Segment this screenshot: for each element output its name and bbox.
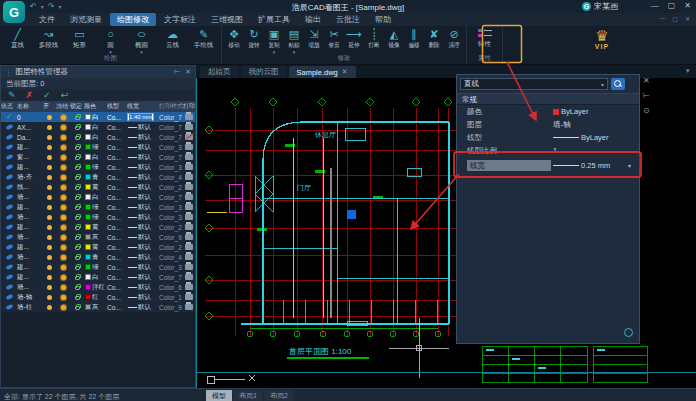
- layer-row[interactable]: 建...绿Co...默认Color_3: [1, 262, 195, 272]
- layout-tab-2[interactable]: 布局1: [233, 390, 263, 401]
- layout-tab-3[interactable]: 布局2: [264, 390, 294, 401]
- layer-lock-icon[interactable]: [75, 276, 80, 280]
- lineweight-edit[interactable]: 1.40 mm: [127, 113, 154, 121]
- layer-print-icon[interactable]: [185, 184, 193, 190]
- layer-print-icon[interactable]: [185, 124, 193, 130]
- layer-row[interactable]: 墙...绿Co...默认Color_3: [1, 212, 195, 222]
- property-row-1[interactable]: 颜色ByLayer: [457, 105, 639, 118]
- layer-print-icon[interactable]: [185, 114, 193, 120]
- menu-item-7[interactable]: 输出: [298, 13, 328, 26]
- layer-freeze-icon[interactable]: [61, 115, 66, 120]
- layer-on-icon[interactable]: [47, 275, 52, 280]
- layer-on-icon[interactable]: [47, 135, 52, 140]
- menu-item-1[interactable]: 文件: [32, 13, 62, 26]
- layer-freeze-icon[interactable]: [61, 205, 66, 210]
- property-row-2[interactable]: 图层墙-轴: [457, 118, 639, 131]
- layer-row[interactable]: 墙-齐青Co...默认Color_4: [1, 172, 195, 182]
- layer-color-swatch[interactable]: [85, 244, 91, 250]
- layer-color-swatch[interactable]: [85, 274, 91, 280]
- layer-on-icon[interactable]: [47, 125, 52, 130]
- layer-color-swatch[interactable]: [85, 224, 91, 230]
- layer-freeze-icon[interactable]: [61, 295, 66, 300]
- layer-lock-icon[interactable]: [75, 126, 80, 130]
- layout-tab-1[interactable]: 模型: [206, 390, 232, 401]
- props-close-icon[interactable]: ✕: [643, 77, 650, 85]
- layer-on-icon[interactable]: [47, 285, 52, 290]
- rectangle-button[interactable]: ▭矩形: [64, 27, 95, 55]
- layer-on-icon[interactable]: [47, 175, 52, 180]
- layer-freeze-icon[interactable]: [61, 255, 66, 260]
- layer-freeze-icon[interactable]: [61, 285, 66, 290]
- menu-item-6[interactable]: 扩展工具: [251, 13, 297, 26]
- delete-button[interactable]: ✘删除: [424, 27, 444, 55]
- vip-button[interactable]: ♛ VIP: [586, 28, 618, 50]
- layer-lock-icon[interactable]: [75, 206, 80, 210]
- layer-lock-icon[interactable]: [75, 236, 80, 240]
- property-row-4[interactable]: 线型比例1: [457, 144, 639, 157]
- freehand-button[interactable]: ✎手绘线: [188, 27, 219, 55]
- layer-print-icon[interactable]: [185, 224, 193, 230]
- layer-lock-icon[interactable]: [75, 156, 80, 160]
- rotate-button[interactable]: ↻旋转: [244, 27, 264, 55]
- layer-freeze-icon[interactable]: [61, 195, 66, 200]
- layer-on-icon[interactable]: [47, 235, 52, 240]
- layer-on-icon[interactable]: [47, 195, 52, 200]
- revert-icon[interactable]: ↩: [61, 90, 69, 100]
- layer-print-icon[interactable]: [185, 274, 193, 280]
- paste-button[interactable]: ▤粘贴▾: [284, 27, 304, 55]
- circle-button[interactable]: ○圆▾: [95, 27, 126, 55]
- layer-lock-icon[interactable]: [75, 136, 80, 140]
- minimize-button[interactable]: —: [651, 1, 659, 10]
- layer-on-icon[interactable]: [47, 165, 52, 170]
- layer-color-swatch[interactable]: [85, 134, 91, 140]
- layer-on-icon[interactable]: [47, 245, 52, 250]
- mirror-button[interactable]: ◭镜像: [384, 27, 404, 55]
- layer-color-swatch[interactable]: [85, 144, 91, 150]
- menu-item-5[interactable]: 三维视图: [204, 13, 250, 26]
- layer-lock-icon[interactable]: [75, 166, 80, 170]
- layer-freeze-icon[interactable]: [61, 225, 66, 230]
- select-entities-button[interactable]: [611, 78, 625, 90]
- menu-item-9[interactable]: 帮助: [368, 13, 398, 26]
- layer-lock-icon[interactable]: [75, 256, 80, 260]
- layer-row[interactable]: ✓0白Co...1.40 mmColor_7: [1, 112, 195, 122]
- layer-row[interactable]: 墙...白Co...默认Color_7: [1, 192, 195, 202]
- cloud-button[interactable]: ☁云线: [157, 27, 188, 55]
- offset-button[interactable]: ∥偏移: [404, 27, 424, 55]
- entity-type-select[interactable]: 直线 ▾: [460, 78, 608, 90]
- layer-print-icon[interactable]: [185, 134, 193, 140]
- layer-print-icon[interactable]: [185, 144, 193, 150]
- layer-color-swatch[interactable]: [85, 154, 91, 160]
- layer-print-icon[interactable]: [185, 194, 193, 200]
- ribbon-collapse-icon[interactable]: ▾: [686, 67, 692, 75]
- layer-lock-icon[interactable]: [75, 146, 80, 150]
- scale-button[interactable]: ⇲缩放: [304, 27, 324, 55]
- layer-row[interactable]: 建...黄Co...默认Color_2: [1, 242, 195, 252]
- layer-row[interactable]: 墙...青Co...默认Color_4: [1, 252, 195, 262]
- panel-logo-icon[interactable]: [624, 328, 633, 337]
- layer-lock-icon[interactable]: [75, 226, 80, 230]
- layer-freeze-icon[interactable]: [61, 275, 66, 280]
- caret-down-icon[interactable]: ▾: [628, 162, 631, 169]
- layer-freeze-icon[interactable]: [61, 305, 66, 310]
- layer-on-icon[interactable]: [47, 255, 52, 260]
- layer-color-swatch[interactable]: [85, 254, 91, 260]
- menu-item-2[interactable]: 浏览测量: [63, 13, 109, 26]
- doc-maximize-button[interactable]: ▢: [672, 15, 678, 22]
- layer-freeze-icon[interactable]: [61, 165, 66, 170]
- layer-freeze-icon[interactable]: [61, 125, 66, 130]
- layer-row[interactable]: 建...绿Co...默认Color_3: [1, 162, 195, 172]
- layer-freeze-icon[interactable]: [61, 145, 66, 150]
- new-layer-icon[interactable]: ✎: [8, 90, 16, 100]
- panel-pin-icon[interactable]: ⊢: [174, 68, 180, 76]
- layer-print-icon[interactable]: [185, 234, 193, 240]
- layer-row[interactable]: AX...白Co...默认Color_7: [1, 122, 195, 132]
- layer-print-icon[interactable]: [185, 244, 193, 250]
- apply-icon[interactable]: ✓: [43, 90, 51, 100]
- break-button[interactable]: ┊打断: [364, 27, 384, 55]
- extend-button[interactable]: ⟶延伸: [344, 27, 364, 55]
- layer-on-icon[interactable]: [47, 215, 52, 220]
- layer-lock-icon[interactable]: [75, 246, 80, 250]
- layer-row[interactable]: 墙...灰Co...默认Color_9: [1, 232, 195, 242]
- layer-lock-icon[interactable]: [75, 186, 80, 190]
